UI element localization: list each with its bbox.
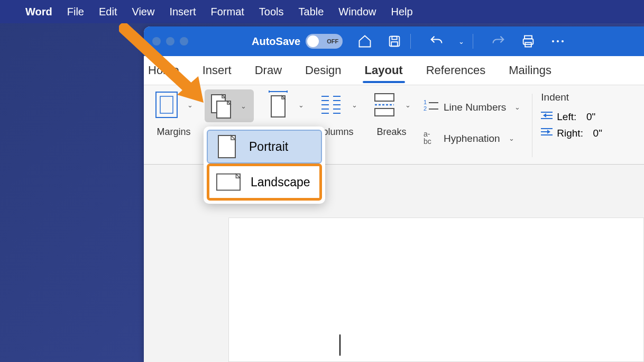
hyphenation-icon: a-bc (424, 130, 438, 147)
indent-title: Indent (541, 92, 602, 103)
svg-rect-2 (391, 42, 398, 46)
document-page[interactable] (228, 218, 644, 362)
margins-chevron-icon[interactable]: ⌄ (184, 101, 196, 109)
margins-group: ⌄ Margins (147, 89, 200, 138)
word-app-window: AutoSave OFF ⌄ Home Insert (144, 26, 644, 362)
svg-rect-9 (156, 92, 177, 117)
svg-text:2: 2 (424, 105, 427, 112)
breaks-icon (371, 92, 398, 118)
menubar-view[interactable]: View (132, 6, 154, 18)
text-cursor-icon (339, 334, 341, 356)
tab-layout[interactable]: Layout (363, 58, 405, 83)
maximize-window-button[interactable] (180, 37, 188, 46)
toggle-knob-icon (307, 35, 319, 47)
menubar-window[interactable]: Window (338, 6, 376, 18)
svg-point-6 (552, 40, 554, 42)
svg-point-7 (557, 40, 559, 42)
menubar-edit[interactable]: Edit (99, 6, 117, 18)
tab-references[interactable]: References (424, 58, 488, 83)
ribbon-tabs: Home Insert Draw Design Layout Reference… (144, 56, 644, 85)
undo-dropdown-chevron-icon[interactable]: ⌄ (458, 38, 464, 46)
svg-rect-28 (375, 108, 394, 116)
orientation-dropdown: Portrait Landscape (204, 126, 325, 204)
print-icon[interactable] (521, 34, 536, 49)
columns-button[interactable] (316, 89, 346, 120)
tab-design[interactable]: Design (303, 58, 343, 83)
autosave-state: OFF (327, 38, 338, 44)
svg-rect-10 (160, 96, 173, 113)
margins-label: Margins (157, 126, 190, 138)
redo-icon[interactable] (491, 34, 506, 49)
menubar-table[interactable]: Table (299, 6, 324, 18)
macos-menubar: Word File Edit View Insert Format Tools … (0, 0, 644, 23)
hyphenation-button[interactable]: a-bc Hyphenation ⌄ (421, 127, 526, 150)
tab-mailings[interactable]: Mailings (507, 58, 554, 83)
margins-button[interactable] (151, 89, 182, 120)
svg-text:1: 1 (424, 99, 427, 105)
autosave-toggle[interactable]: OFF (306, 34, 343, 49)
autosave-label: AutoSave (252, 35, 300, 48)
svg-point-8 (562, 40, 564, 42)
orientation-portrait-option[interactable]: Portrait (207, 130, 322, 164)
line-numbers-icon: 12 (424, 99, 438, 115)
indent-right-value[interactable]: 0" (587, 128, 602, 139)
hyphenation-label: Hyphenation (444, 133, 500, 144)
svg-rect-27 (375, 94, 394, 101)
orientation-button[interactable]: ⌄ (205, 89, 254, 122)
line-numbers-chevron-icon: ⌄ (511, 103, 523, 111)
breaks-group: ⌄ Breaks (365, 89, 418, 138)
window-titlebar: AutoSave OFF ⌄ (144, 26, 644, 56)
ribbon-separator (532, 94, 532, 157)
columns-label: olumns (323, 126, 353, 138)
menubar-help[interactable]: Help (391, 6, 412, 18)
home-icon[interactable] (357, 34, 372, 49)
menubar-tools[interactable]: Tools (259, 6, 284, 18)
indent-left-value[interactable]: 0" (581, 111, 595, 123)
close-window-button[interactable] (152, 37, 161, 46)
size-chevron-icon[interactable]: ⌄ (295, 101, 307, 109)
minimize-window-button[interactable] (166, 37, 174, 46)
menubar-file[interactable]: File (67, 6, 84, 18)
size-icon (264, 92, 291, 118)
save-icon[interactable] (387, 34, 402, 49)
ribbon-content-layout: ⌄ Margins ⌄ O ⌄ (144, 85, 644, 165)
size-button[interactable] (262, 89, 293, 120)
tab-insert[interactable]: Insert (200, 58, 234, 83)
orientation-icon (209, 93, 235, 119)
tab-draw[interactable]: Draw (253, 58, 284, 83)
svg-text:bc: bc (424, 137, 431, 144)
indent-left-label: Left: (557, 111, 576, 123)
indent-right-icon (541, 127, 553, 139)
tab-home[interactable]: Home (146, 58, 181, 83)
more-icon[interactable] (550, 39, 565, 44)
menubar-app-name[interactable]: Word (25, 6, 52, 18)
landscape-page-icon (216, 171, 241, 193)
traffic-lights (152, 37, 188, 46)
indent-right-label: Right: (557, 128, 583, 139)
breaks-button[interactable] (369, 89, 400, 120)
landscape-label: Landscape (251, 175, 310, 189)
undo-icon[interactable] (429, 34, 444, 49)
line-numbers-label: Line Numbers (444, 102, 506, 113)
indent-group: Indent Left: 0" Right: 0" (536, 89, 608, 143)
hyphenation-chevron-icon: ⌄ (505, 134, 518, 142)
line-numbers-button[interactable]: 12 Line Numbers ⌄ (421, 96, 526, 119)
orientation-landscape-option[interactable]: Landscape (207, 164, 322, 201)
breaks-label: Breaks (376, 126, 406, 138)
menubar-insert[interactable]: Insert (169, 6, 196, 18)
breaks-chevron-icon[interactable]: ⌄ (402, 101, 414, 109)
columns-chevron-icon[interactable]: ⌄ (348, 101, 361, 109)
orientation-chevron-icon: ⌄ (237, 102, 250, 110)
indent-left-icon (541, 111, 553, 123)
columns-icon (318, 92, 344, 118)
margins-icon (153, 92, 180, 118)
menubar-format[interactable]: Format (210, 6, 244, 18)
portrait-label: Portrait (249, 140, 288, 154)
portrait-page-icon (214, 136, 240, 157)
svg-rect-1 (392, 37, 397, 40)
